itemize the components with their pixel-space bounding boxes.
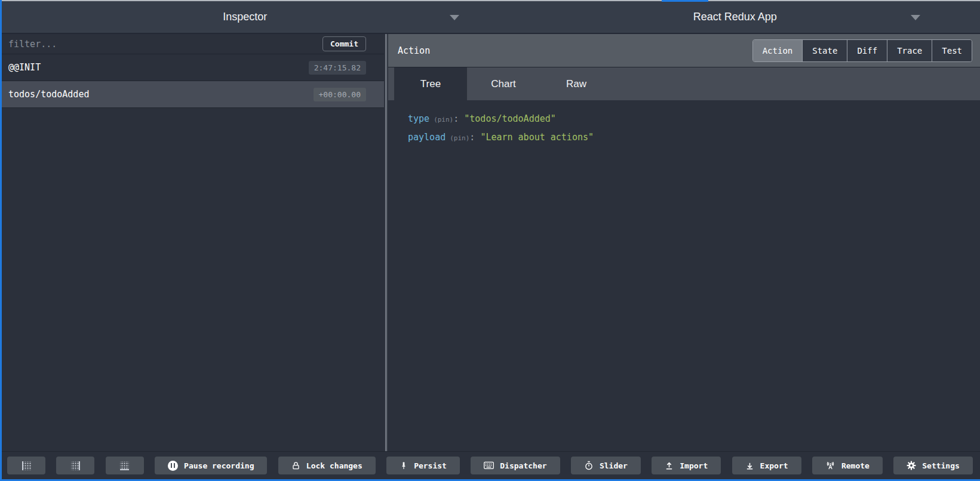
pause-icon <box>168 461 178 471</box>
bottom-toolbar: Pause recording Lock changes Persist <box>0 451 980 481</box>
main-area: Commit @@INIT 2:47:15.82 todos/todoAdded… <box>0 34 980 451</box>
lock-icon <box>291 461 300 470</box>
panel-resizer-handle[interactable] <box>384 34 388 451</box>
dock-right-button[interactable] <box>56 457 94 474</box>
pause-recording-button[interactable]: Pause recording <box>155 457 267 474</box>
keyboard-icon <box>484 461 494 470</box>
action-row-init[interactable]: @@INIT 2:47:15.82 <box>0 54 384 81</box>
action-label: @@INIT <box>8 62 41 73</box>
tree-row-payload[interactable]: payload(pin):"Learn about actions" <box>408 132 968 143</box>
dock-left-icon <box>22 461 31 470</box>
instance-select-label: React Redux App <box>693 11 777 23</box>
chevron-down-icon <box>450 15 459 20</box>
tree-value: "todos/todoAdded" <box>464 113 556 124</box>
remote-button[interactable]: Remote <box>812 457 883 474</box>
monitor-select[interactable]: Inspector <box>0 1 490 33</box>
top-bar: Inspector React Redux App <box>0 1 980 34</box>
tab-trace[interactable]: Trace <box>887 40 932 61</box>
instance-select[interactable]: React Redux App <box>490 1 980 33</box>
download-icon <box>745 461 754 470</box>
filter-input[interactable] <box>0 34 322 54</box>
upload-icon <box>665 461 674 470</box>
pin-icon <box>400 461 408 470</box>
action-list-panel: Commit @@INIT 2:47:15.82 todos/todoAdded… <box>0 34 384 451</box>
dock-bottom-button[interactable] <box>106 457 144 474</box>
tree-row-type[interactable]: type(pin):"todos/todoAdded" <box>408 113 968 124</box>
settings-button[interactable]: Settings <box>893 457 973 474</box>
window-left-edge <box>0 0 2 481</box>
export-button[interactable]: Export <box>732 457 801 474</box>
filter-row: Commit <box>0 34 384 54</box>
import-button[interactable]: Import <box>652 457 721 474</box>
action-row-todo-added[interactable]: todos/todoAdded +00:00.00 <box>0 81 384 108</box>
gear-icon <box>907 461 916 470</box>
json-tree-view: type(pin):"todos/todoAdded" payload(pin)… <box>388 100 980 451</box>
dock-left-button[interactable] <box>7 457 45 474</box>
lock-changes-button[interactable]: Lock changes <box>278 457 376 474</box>
detail-tab-group: Action State Diff Trace Test <box>752 39 972 62</box>
inspector-detail-panel: Action Action State Diff Trace Test Tree… <box>388 34 980 451</box>
antenna-icon <box>825 461 835 470</box>
tab-diff[interactable]: Diff <box>847 40 887 61</box>
subtab-chart[interactable]: Chart <box>467 67 540 100</box>
window-top-edge <box>0 0 980 1</box>
persist-button[interactable]: Persist <box>386 457 460 474</box>
commit-button[interactable]: Commit <box>322 36 366 51</box>
tree-key: type <box>408 113 429 124</box>
chevron-down-icon <box>911 15 920 20</box>
view-subtabs: Tree Chart Raw <box>388 67 980 100</box>
subtab-tree[interactable]: Tree <box>394 67 467 100</box>
redux-devtools-window: Inspector React Redux App Commit @@INIT … <box>0 0 980 481</box>
dispatcher-button[interactable]: Dispatcher <box>471 457 560 474</box>
tab-test[interactable]: Test <box>932 40 972 61</box>
dock-right-icon <box>71 461 80 470</box>
action-label: todos/todoAdded <box>8 89 89 100</box>
tab-state[interactable]: State <box>802 40 847 61</box>
action-list: @@INIT 2:47:15.82 todos/todoAdded +00:00… <box>0 54 384 451</box>
window-top-edge-accent <box>662 0 708 2</box>
tree-key: payload <box>408 132 446 143</box>
tab-action[interactable]: Action <box>753 40 803 61</box>
slider-button[interactable]: Slider <box>571 457 641 474</box>
detail-header-title: Action <box>398 45 430 56</box>
stopwatch-icon <box>584 461 594 470</box>
action-timestamp-badge: 2:47:15.82 <box>309 61 366 75</box>
subtab-raw[interactable]: Raw <box>540 67 613 100</box>
detail-header: Action Action State Diff Trace Test <box>388 34 980 67</box>
pin-link[interactable]: (pin) <box>450 134 469 142</box>
monitor-select-label: Inspector <box>223 11 267 23</box>
dock-bottom-icon <box>120 461 129 470</box>
action-timestamp-badge: +00:00.00 <box>314 88 366 101</box>
tree-value: "Learn about actions" <box>480 132 594 143</box>
pin-link[interactable]: (pin) <box>434 116 453 124</box>
